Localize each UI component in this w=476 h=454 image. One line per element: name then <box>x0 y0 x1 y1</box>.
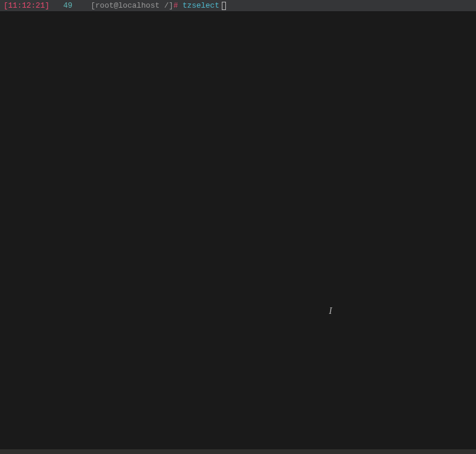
spacer <box>178 1 183 10</box>
prompt-line: [11:12:21] 49 [root@localhost /]# tzsele… <box>0 0 476 11</box>
text-cursor-icon <box>329 306 330 315</box>
command-input[interactable]: tzselect <box>182 1 219 10</box>
terminal-body[interactable] <box>0 11 476 449</box>
spacer <box>49 1 63 10</box>
prompt-hash: # <box>174 1 178 10</box>
block-cursor-icon <box>222 2 226 10</box>
bottom-bar <box>0 449 476 454</box>
timestamp: [11:12:21] <box>4 1 49 10</box>
spacer <box>72 1 91 10</box>
terminal-window[interactable]: [11:12:21] 49 [root@localhost /]# tzsele… <box>0 0 476 454</box>
user-host-path: [root@localhost /] <box>91 1 173 10</box>
history-number: 49 <box>63 1 72 10</box>
